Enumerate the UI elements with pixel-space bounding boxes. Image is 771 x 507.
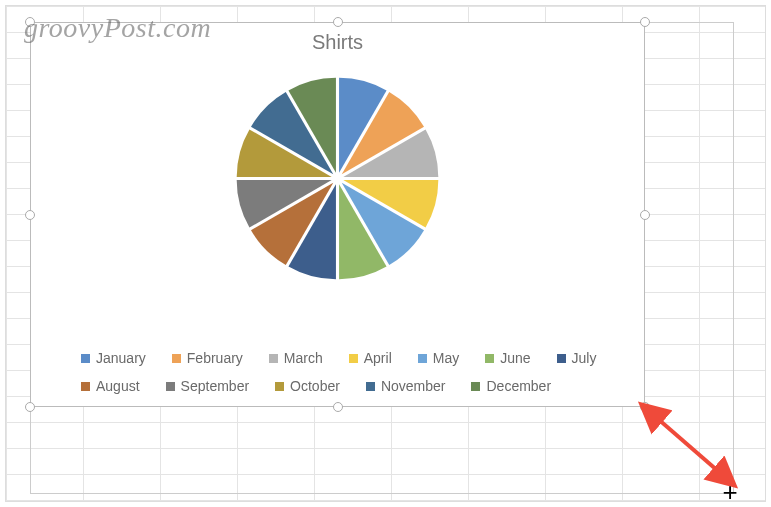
legend-item-july: July <box>557 350 597 366</box>
legend-item-december: December <box>471 378 551 394</box>
legend-swatch-icon <box>418 354 427 363</box>
selection-handle[interactable] <box>640 17 650 27</box>
legend-label: October <box>290 378 340 394</box>
legend-swatch-icon <box>81 382 90 391</box>
pie-chart <box>225 67 450 296</box>
screenshot-frame: Shirts JanuaryFebruaryMarchAprilMayJuneJ… <box>5 5 766 502</box>
legend-swatch-icon <box>485 354 494 363</box>
legend-label: November <box>381 378 446 394</box>
legend-swatch-icon <box>366 382 375 391</box>
legend-swatch-icon <box>349 354 358 363</box>
legend-swatch-icon <box>275 382 284 391</box>
legend-item-january: January <box>81 350 146 366</box>
legend-label: August <box>96 378 140 394</box>
legend-item-october: October <box>275 378 340 394</box>
selection-handle[interactable] <box>640 402 650 412</box>
chart-title: Shirts <box>31 31 644 54</box>
legend-swatch-icon <box>81 354 90 363</box>
legend-item-february: February <box>172 350 243 366</box>
legend-swatch-icon <box>471 382 480 391</box>
legend-label: January <box>96 350 146 366</box>
chart-object[interactable]: Shirts JanuaryFebruaryMarchAprilMayJuneJ… <box>30 22 645 407</box>
legend-item-november: November <box>366 378 446 394</box>
legend-item-april: April <box>349 350 392 366</box>
selection-handle[interactable] <box>640 210 650 220</box>
legend-label: July <box>572 350 597 366</box>
legend-swatch-icon <box>166 382 175 391</box>
legend-label: April <box>364 350 392 366</box>
legend-item-august: August <box>81 378 140 394</box>
legend-label: September <box>181 378 249 394</box>
chart-legend: JanuaryFebruaryMarchAprilMayJuneJulyAugu… <box>81 350 624 394</box>
selection-handle[interactable] <box>25 210 35 220</box>
legend-item-june: June <box>485 350 530 366</box>
legend-item-may: May <box>418 350 459 366</box>
legend-label: December <box>486 378 551 394</box>
selection-handle[interactable] <box>25 17 35 27</box>
legend-label: February <box>187 350 243 366</box>
selection-handle[interactable] <box>25 402 35 412</box>
legend-label: March <box>284 350 323 366</box>
legend-swatch-icon <box>269 354 278 363</box>
legend-item-september: September <box>166 378 249 394</box>
selection-handle[interactable] <box>333 402 343 412</box>
selection-handle[interactable] <box>333 17 343 27</box>
legend-label: May <box>433 350 459 366</box>
legend-label: June <box>500 350 530 366</box>
legend-item-march: March <box>269 350 323 366</box>
legend-swatch-icon <box>557 354 566 363</box>
legend-swatch-icon <box>172 354 181 363</box>
crosshair-cursor-icon: + <box>722 479 737 505</box>
